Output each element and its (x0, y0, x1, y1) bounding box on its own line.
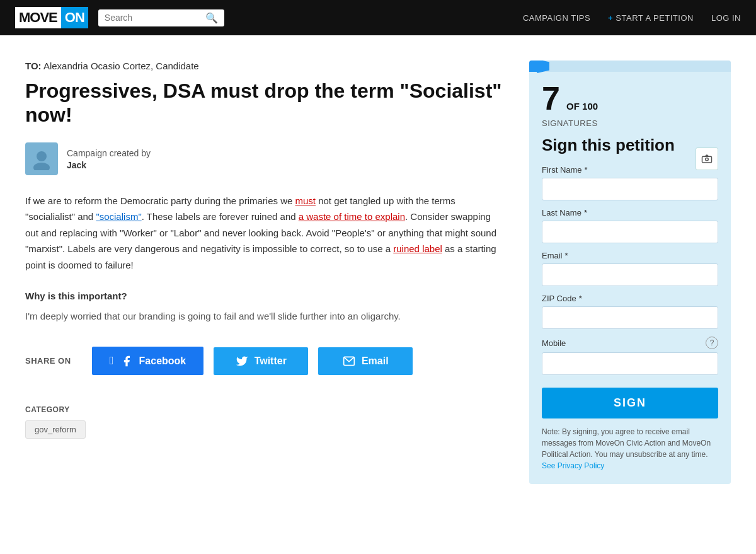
highlight-socialism: "socialism" (96, 211, 141, 222)
progress-bar-fill (529, 61, 543, 72)
category-label: CATEGORY (25, 405, 504, 414)
nav-campaign-tips[interactable]: CAMPAIGN TIPS (523, 13, 590, 23)
share-facebook-label: Facebook (139, 355, 186, 367)
first-name-required: * (585, 165, 588, 175)
search-input[interactable] (105, 13, 205, 23)
petition-body-text: If we are to reform the Democratic party… (25, 195, 496, 270)
nav-right: CAMPAIGN TIPS START A PETITION LOG IN (523, 13, 741, 23)
nav-start-petition[interactable]: START A PETITION (608, 13, 694, 23)
mobile-label: Mobile ? (542, 337, 718, 349)
search-icon[interactable]: 🔍 (205, 12, 218, 24)
avatar (25, 142, 58, 175)
email-icon-svg (343, 355, 355, 367)
privacy-policy-link[interactable]: See Privacy Policy (542, 461, 604, 470)
svg-point-5 (706, 158, 709, 161)
count-of: OF 100 (566, 101, 598, 112)
why-important-body: I'm deeply worried that our branding is … (25, 309, 504, 324)
share-facebook-button[interactable]:  Facebook (92, 347, 203, 375)
mobile-input[interactable] (542, 352, 718, 375)
email-label: Email * (542, 251, 718, 260)
svg-marker-4 (705, 155, 709, 156)
share-row: SHARE ON  Facebook Twitter Email (25, 347, 504, 375)
search-bar[interactable]: 🔍 (98, 9, 224, 26)
email-required: * (565, 251, 568, 260)
first-name-input[interactable] (542, 178, 718, 200)
mobile-group: Mobile ? (529, 337, 731, 383)
signatures-count: 7 OF 100 (529, 72, 731, 117)
progress-bar-wrap (529, 61, 731, 72)
svg-point-0 (37, 151, 47, 161)
mobile-help-icon[interactable]: ? (706, 337, 718, 349)
last-name-label: Last Name * (542, 208, 718, 217)
email-group: Email * (529, 251, 731, 294)
author-row: Campaign created by Jack (25, 142, 504, 175)
zip-label: ZIP Code * (542, 294, 718, 303)
navbar: MOVE ON 🔍 CAMPAIGN TIPS START A PETITION… (0, 0, 756, 35)
share-email-label: Email (362, 355, 389, 367)
to-recipient: Alexandria Ocasio Cortez, Candidate (43, 61, 199, 71)
author-name: Jack (67, 160, 151, 170)
share-email-button[interactable]: Email (318, 347, 413, 375)
logo[interactable]: MOVE ON (15, 7, 88, 28)
zip-group: ZIP Code * (529, 294, 731, 337)
last-name-required: * (584, 208, 587, 217)
progress-flag (537, 61, 549, 73)
share-label: SHARE ON (25, 356, 82, 366)
logo-on: ON (61, 7, 88, 28)
facebook-icon-svg (120, 355, 133, 367)
category-section: CATEGORY gov_reform (25, 405, 504, 439)
highlight-ruined: a waste of time to explain (299, 211, 405, 222)
petition-title: Progressives, DSA must drop the term "So… (25, 79, 504, 127)
author-created-by: Campaign created by (67, 147, 151, 160)
nav-log-in[interactable]: LOG IN (711, 13, 741, 23)
share-twitter-button[interactable]: Twitter (214, 347, 308, 375)
count-signatures-label: SIGNATURES (529, 118, 731, 128)
to-line: TO: Alexandria Ocasio Cortez, Candidate (25, 61, 504, 71)
count-number: 7 (542, 80, 560, 117)
highlight-must: must (295, 195, 316, 206)
last-name-input[interactable] (542, 221, 718, 243)
author-info: Campaign created by Jack (67, 147, 151, 170)
petition-body: If we are to reform the Democratic party… (25, 193, 504, 274)
svg-point-1 (33, 163, 50, 170)
category-tag: gov_reform (25, 420, 86, 439)
petition-sidebar: 7 OF 100 SIGNATURES Sign this petition F… (529, 61, 731, 484)
webcam-icon (696, 147, 718, 170)
highlight-ruined2: ruined label (393, 243, 442, 254)
first-name-group: First Name * (529, 165, 731, 208)
logo-move: MOVE (15, 7, 61, 28)
main-content: TO: Alexandria Ocasio Cortez, Candidate … (25, 61, 504, 439)
why-important-heading: Why is this important? (25, 291, 504, 301)
twitter-icon-svg (236, 355, 248, 367)
zip-required: * (579, 294, 582, 303)
note-text: Note: By signing, you agree to receive e… (529, 426, 731, 471)
last-name-group: Last Name * (529, 208, 731, 251)
first-name-label: First Name * (542, 165, 718, 175)
facebook-icon:  (110, 354, 114, 367)
svg-rect-3 (702, 156, 712, 163)
share-twitter-label: Twitter (255, 355, 287, 367)
page-container: TO: Alexandria Ocasio Cortez, Candidate … (13, 35, 743, 509)
sign-button[interactable]: SIGN (542, 388, 718, 418)
zip-input[interactable] (542, 306, 718, 329)
to-label: TO: (25, 61, 42, 71)
email-input[interactable] (542, 263, 718, 286)
